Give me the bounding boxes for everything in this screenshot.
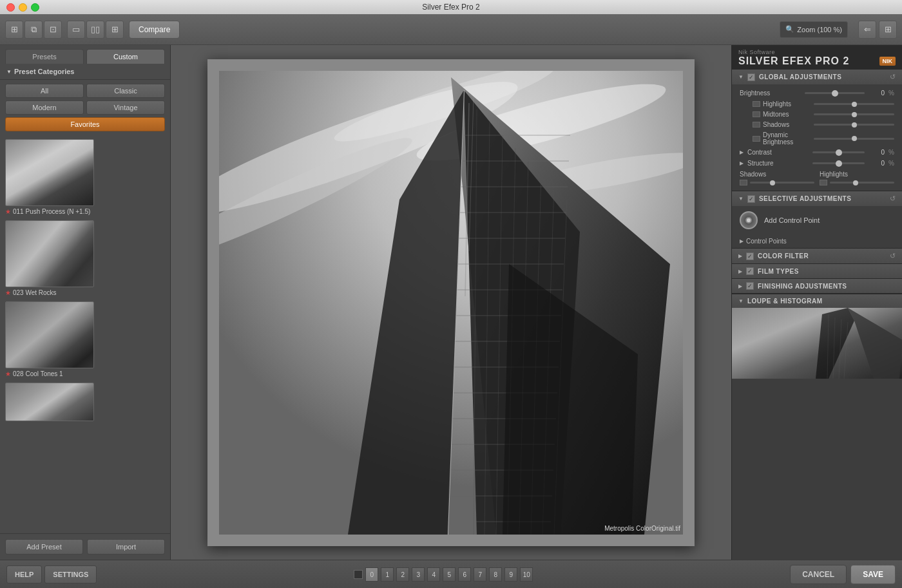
- import-button[interactable]: Import: [87, 539, 165, 555]
- help-button[interactable]: HELP: [6, 565, 42, 583]
- finishing-adjustments-section[interactable]: ▶ ✓ FINISHING ADJUSTMENTS: [732, 279, 902, 294]
- highlights-slider[interactable]: [814, 103, 894, 105]
- midtones-slider[interactable]: [814, 113, 894, 115]
- structure-expand-icon: ▶: [740, 160, 744, 166]
- cat-modern-button[interactable]: Modern: [5, 100, 84, 115]
- loupe-image: [732, 308, 902, 379]
- global-adjustments-header[interactable]: ▼ ✓ GLOBAL ADJUSTMENTS ↺: [732, 70, 902, 84]
- global-adjustments-content: Brightness 0 % Highlights: [732, 84, 902, 191]
- nav-button-2[interactable]: ⊞: [879, 21, 897, 39]
- titlebar: Silver Efex Pro 2: [0, 0, 902, 14]
- history-num-6[interactable]: 6: [458, 567, 471, 582]
- contrast-label: Contrast: [747, 149, 809, 156]
- minimize-button[interactable]: [19, 3, 27, 12]
- brightness-slider[interactable]: [805, 92, 865, 94]
- cat-vintage-button[interactable]: Vintage: [86, 100, 165, 115]
- highlights-checkbox[interactable]: [753, 101, 760, 107]
- preset-thumbnail: [5, 139, 94, 206]
- tab-presets[interactable]: Presets: [5, 49, 84, 64]
- layout-side-icon[interactable]: ▯▯: [86, 21, 104, 39]
- preset-label: ★ 011 Push Process (N +1.5): [5, 208, 165, 215]
- structure-highlights-slider[interactable]: [830, 182, 894, 184]
- dynamic-brightness-checkbox[interactable]: [753, 136, 760, 142]
- add-control-point-button[interactable]: Add Control Point: [732, 206, 902, 234]
- nav-button-1[interactable]: ⇐: [858, 21, 876, 39]
- list-item[interactable]: ★ 011 Push Process (N +1.5): [5, 139, 165, 215]
- history-num-2[interactable]: 2: [396, 567, 409, 582]
- history-num-0[interactable]: 0: [365, 567, 378, 582]
- reset-icon[interactable]: ↺: [890, 73, 896, 81]
- loupe-header[interactable]: ▼ LOUPE & HISTOGRAM: [732, 294, 902, 308]
- history-num-3[interactable]: 3: [412, 567, 425, 582]
- compare-button[interactable]: Compare: [129, 21, 180, 39]
- list-item[interactable]: [5, 383, 165, 421]
- global-label: GLOBAL ADJUSTMENTS: [759, 73, 841, 81]
- nik-title: SILVER EFEX PRO 2: [738, 55, 849, 67]
- color-filter-section[interactable]: ▶ ✓ COLOR FILTER ↺: [732, 249, 902, 264]
- view-single-button[interactable]: ⊞: [5, 21, 23, 39]
- shadows-slider[interactable]: [814, 124, 894, 126]
- brightness-label: Brightness: [740, 90, 801, 97]
- preset-label: ★ 028 Cool Tones 1: [5, 370, 165, 377]
- history-num-5[interactable]: 5: [443, 567, 456, 582]
- film-types-section[interactable]: ▶ ✓ FILM TYPES: [732, 264, 902, 279]
- history-num-10[interactable]: 10: [520, 567, 533, 582]
- nik-software-label: Nik Software: [738, 49, 896, 55]
- left-panel: Presets Custom ▼ Preset Categories All C…: [0, 45, 171, 560]
- triangle-icon: ▼: [6, 69, 12, 75]
- structure-slider[interactable]: [812, 162, 865, 164]
- fa-checkbox[interactable]: ✓: [746, 282, 754, 290]
- settings-button[interactable]: SETTINGS: [44, 565, 97, 583]
- contrast-slider[interactable]: [812, 151, 865, 153]
- ft-checkbox[interactable]: ✓: [746, 267, 754, 275]
- image-caption: Metropolis ColorOriginal.tif: [604, 525, 680, 532]
- zoom-display[interactable]: 🔍 Zoom (100 %): [780, 21, 848, 38]
- preset-categories-header[interactable]: ▼ Preset Categories: [0, 64, 170, 80]
- layout-single-icon[interactable]: ▭: [67, 21, 85, 39]
- view-loupe-button[interactable]: ⊡: [44, 21, 62, 39]
- midtones-label: Midtones: [763, 111, 811, 118]
- structure-shadows-checkbox[interactable]: [740, 180, 747, 185]
- add-control-point-label: Add Control Point: [764, 216, 820, 224]
- history-num-7[interactable]: 7: [474, 567, 486, 582]
- selective-adjustments-header[interactable]: ▼ ✓ SELECTIVE ADJUSTMENTS ↺: [732, 191, 902, 206]
- close-button[interactable]: [6, 3, 15, 12]
- sel-checkbox[interactable]: ✓: [747, 195, 755, 203]
- right-panel: Nik Software SILVER EFEX PRO 2 NIK ▼ ✓ G…: [731, 45, 902, 560]
- shadows-checkbox[interactable]: [753, 122, 760, 128]
- structure-row: ▶ Structure 0 %: [740, 160, 894, 167]
- midtones-checkbox[interactable]: [753, 111, 760, 117]
- cat-all-button[interactable]: All: [5, 84, 84, 98]
- list-item[interactable]: ★ 023 Wet Rocks: [5, 220, 165, 296]
- save-button[interactable]: SAVE: [850, 565, 896, 584]
- dynamic-brightness-slider[interactable]: [814, 138, 894, 140]
- history-num-1[interactable]: 1: [381, 567, 394, 582]
- cf-checkbox[interactable]: ✓: [746, 252, 754, 260]
- global-checkbox[interactable]: ✓: [747, 73, 755, 81]
- history-checkbox[interactable]: [354, 570, 363, 579]
- list-item[interactable]: ★ 028 Cool Tones 1: [5, 301, 165, 377]
- cat-classic-button[interactable]: Classic: [86, 84, 165, 98]
- layout-grid-icon[interactable]: ⊞: [106, 21, 124, 39]
- preset-label-text: 023 Wet Rocks: [13, 289, 57, 296]
- sel-reset-icon[interactable]: ↺: [890, 194, 896, 203]
- structure-highlights-checkbox[interactable]: [820, 180, 827, 185]
- cf-reset-icon[interactable]: ↺: [890, 252, 896, 260]
- structure-label: Structure: [747, 160, 809, 167]
- add-preset-button[interactable]: Add Preset: [5, 539, 83, 555]
- global-adjustments-section: ▼ ✓ GLOBAL ADJUSTMENTS ↺ Brightness 0 %: [732, 70, 902, 191]
- history-num-9[interactable]: 9: [504, 567, 517, 582]
- control-points-row[interactable]: ▶ Control Points: [732, 234, 902, 248]
- bottom-bar: HELP SETTINGS 0 1 2 3 4 5 6 7 8 9 10 CAN…: [0, 560, 902, 588]
- cat-favorites-button[interactable]: Favorites: [5, 117, 165, 131]
- action-buttons: CANCEL SAVE: [790, 565, 896, 584]
- structure-shadows-slider[interactable]: [750, 182, 814, 184]
- cancel-button[interactable]: CANCEL: [790, 565, 847, 584]
- view-split-button[interactable]: ⧉: [24, 21, 43, 39]
- app-title: Silver Efex Pro 2: [422, 3, 479, 12]
- history-num-4[interactable]: 4: [427, 567, 440, 582]
- contrast-row: ▶ Contrast 0 %: [740, 149, 894, 156]
- history-num-8[interactable]: 8: [489, 567, 502, 582]
- maximize-button[interactable]: [31, 3, 39, 12]
- tab-custom[interactable]: Custom: [86, 49, 165, 64]
